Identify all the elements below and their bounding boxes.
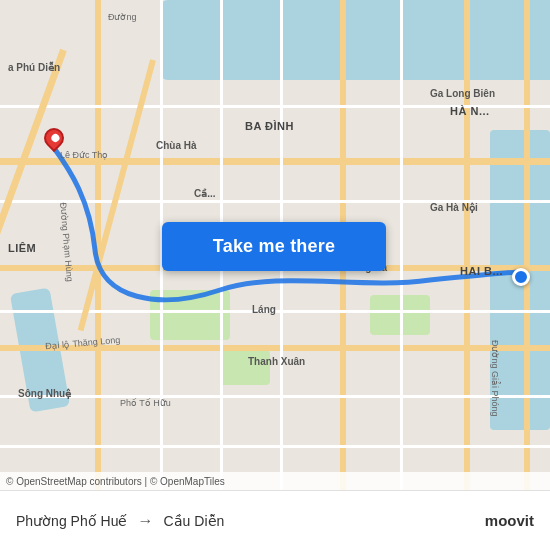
moovit-logo: moovit bbox=[485, 512, 534, 529]
pin-dot bbox=[50, 132, 61, 143]
route-from: Phường Phố Huế bbox=[16, 513, 128, 529]
route-info: Phường Phố Huế → Cầu Diễn bbox=[16, 512, 224, 530]
street-s5 bbox=[0, 445, 550, 448]
park-3 bbox=[220, 350, 270, 385]
street-v3 bbox=[464, 0, 470, 490]
attribution-text: © OpenStreetMap contributors | © OpenMap… bbox=[6, 476, 225, 487]
bottom-bar: Phường Phố Huế → Cầu Diễn moovit bbox=[0, 490, 550, 550]
water-top bbox=[160, 0, 550, 80]
take-me-there-button[interactable]: Take me there bbox=[162, 222, 386, 271]
pin-head bbox=[40, 124, 68, 152]
route-to: Cầu Diễn bbox=[164, 513, 225, 529]
moovit-text: moovit bbox=[485, 512, 534, 529]
map-container: BA ĐÌNH Hà N... Ga Long Biên Ga Hà Nội H… bbox=[0, 0, 550, 490]
dest-dot bbox=[512, 268, 530, 286]
street-s1 bbox=[0, 105, 550, 108]
route-arrow-icon: → bbox=[138, 512, 154, 530]
street-diag2 bbox=[78, 59, 156, 331]
street-sv4 bbox=[400, 0, 403, 490]
take-me-there-label: Take me there bbox=[213, 236, 335, 257]
street-s4 bbox=[0, 395, 550, 398]
street-v4 bbox=[524, 0, 530, 490]
street-s2 bbox=[0, 200, 550, 203]
map-attribution: © OpenStreetMap contributors | © OpenMap… bbox=[0, 472, 550, 490]
destination-marker bbox=[512, 268, 530, 286]
origin-marker bbox=[44, 128, 64, 156]
